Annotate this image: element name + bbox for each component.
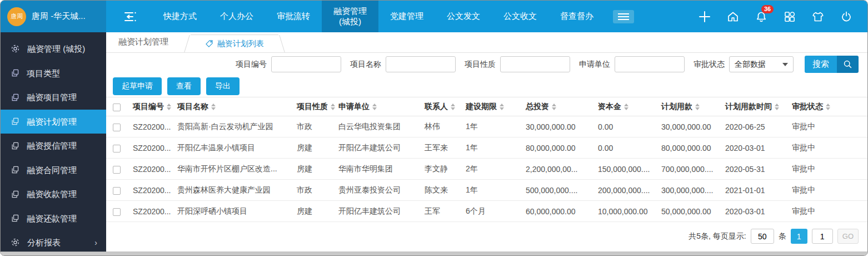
sort-icon[interactable] (451, 104, 455, 110)
sort-icon[interactable] (775, 104, 779, 110)
sidebar-item-financing-mgmt-root[interactable]: 融资管理 (城投) (1, 37, 106, 61)
apps-button[interactable] (783, 10, 796, 23)
top-navbar: 唐周 唐周 -华天城... 快捷方式 个人办公 审批流转 融资管理 (1, 1, 867, 32)
filter-label-project-code: 项目编号 (236, 60, 267, 70)
home-button[interactable] (726, 10, 740, 23)
gear-icon (11, 44, 20, 53)
user-block[interactable]: 唐周 唐周 -华天城... (1, 1, 106, 32)
export-button[interactable]: 导出 (206, 77, 240, 95)
sidebar-item-financing-contracts[interactable]: 融资合同管理 (1, 158, 106, 183)
copy-icon (11, 68, 19, 77)
page-size-input[interactable] (751, 229, 774, 244)
main-nav: 快捷方式 个人办公 审批流转 融资管理 (城投) 党建管理 公文发文 公文收文 … (152, 1, 605, 32)
select-all-checkbox[interactable] (113, 104, 121, 111)
sort-icon[interactable] (826, 104, 830, 110)
tab-financing-plan-list[interactable]: 融资计划列表 (191, 35, 278, 52)
sidebar-item-analysis-reports[interactable]: 分析报表 › (1, 230, 106, 255)
notification-badge: 36 (761, 5, 774, 13)
avatar[interactable]: 唐周 (7, 7, 26, 26)
goto-page-input[interactable] (812, 229, 833, 244)
app-window: 唐周 唐周 -华天城... 快捷方式 个人办公 审批流转 融资管理 (0, 0, 868, 256)
sort-icon[interactable] (331, 104, 335, 110)
collapse-menu-icon (123, 11, 137, 23)
sort-icon[interactable] (211, 104, 216, 110)
user-name: 唐周 -华天城... (32, 11, 86, 22)
copy-icon (11, 165, 19, 174)
module-title: 融资计划管理 (118, 37, 183, 52)
table-row[interactable]: SZ20200...贵阳高新·白云发动机产业园市政白云华电投资集团林伟1年30,… (106, 116, 867, 137)
applicant-unit-input[interactable] (615, 56, 685, 72)
chevron-right-icon: › (94, 238, 97, 248)
nav-item-party-building[interactable]: 党建管理 (378, 1, 435, 32)
nav-item-personal-office[interactable]: 个人办公 (208, 1, 265, 32)
search-button[interactable]: 搜索 (805, 56, 859, 73)
logout-button[interactable] (840, 10, 853, 23)
more-menu-button[interactable] (613, 10, 634, 23)
draft-application-button[interactable]: 起草申请 (113, 77, 162, 95)
page-button-1[interactable]: 1 (791, 229, 807, 244)
project-code-input[interactable] (271, 56, 341, 72)
filter-label-approval-status: 审批状态 (694, 60, 725, 70)
collapse-menu-button[interactable] (106, 1, 152, 32)
nav-item-doc-outgoing[interactable]: 公文发文 (435, 1, 492, 32)
project-nature-input[interactable] (500, 56, 570, 72)
copy-icon (11, 141, 19, 150)
row-checkbox[interactable] (113, 124, 121, 131)
chevron-down-icon (782, 63, 788, 66)
sort-icon[interactable] (552, 104, 556, 110)
topbar-icons: 36 (698, 1, 867, 32)
project-name-input[interactable] (386, 56, 456, 72)
sidebar-item-financing-receipts[interactable]: 融资收款管理 (1, 182, 106, 206)
table-row[interactable]: SZ20200...华南市开怀片区棚户区改造...房建华南市华明集团李文静2年2… (106, 159, 867, 180)
sidebar-item-financing-credit[interactable]: 融资授信管理 (1, 134, 106, 158)
sidebar-item-financing-plans[interactable]: 融资计划管理 (1, 110, 106, 134)
sort-icon[interactable] (167, 104, 171, 110)
copy-icon (11, 214, 19, 223)
add-button[interactable] (698, 10, 711, 23)
nav-area: 快捷方式 个人办公 审批流转 融资管理 (城投) 党建管理 公文发文 公文收文 … (106, 1, 867, 32)
nav-item-financing-mgmt-active[interactable]: 融资管理 (城投) (322, 1, 378, 32)
notifications-button[interactable]: 36 (755, 10, 768, 23)
apps-grid-icon (783, 10, 796, 23)
row-checkbox[interactable] (113, 145, 121, 152)
sidebar-item-project-type[interactable]: 项目类型 (1, 61, 106, 86)
table-row[interactable]: SZ20200...开阳亿丰温泉小镇项目房建开阳亿丰建筑公司王军来1年80,00… (106, 137, 867, 159)
row-checkbox[interactable] (113, 208, 121, 216)
row-checkbox[interactable] (113, 166, 121, 174)
sidebar: 融资管理 (城投) 项目类型 融资项目管理 融资计划管理 融资授 (1, 32, 106, 252)
pagination-unit: 条 (779, 232, 786, 242)
sort-icon[interactable] (372, 104, 377, 110)
sort-icon[interactable] (624, 104, 628, 110)
approval-status-select[interactable]: 全部数据 (729, 56, 794, 72)
sort-icon[interactable] (695, 104, 700, 110)
nav-item-supervision[interactable]: 督查督办 (548, 1, 605, 32)
tag-icon (205, 40, 213, 48)
pagination-summary: 共5条, 每页显示: (689, 232, 746, 242)
theme-button[interactable] (811, 10, 825, 23)
go-button[interactable]: GO (837, 229, 859, 244)
copy-icon (11, 190, 19, 199)
filter-label-project-nature: 项目性质 (465, 60, 496, 70)
copy-icon (11, 93, 19, 102)
filter-label-project-name: 项目名称 (350, 60, 381, 70)
nav-item-doc-incoming[interactable]: 公文收文 (492, 1, 548, 32)
table-header-row: 项目编号 项目名称 项目性质 申请单位 联系人 建设期限 总投资 资本金 计划用… (106, 97, 867, 116)
sort-icon[interactable] (500, 104, 504, 110)
table-row[interactable]: SZ20200...开阳深呼硒小镇项目房建开阳亿丰建筑公司王军6个月60,000… (106, 201, 867, 222)
table-row[interactable]: SZ20200...贵州森林医养大健康产业园市政贵州亚泰投资公司陈文来1年500… (106, 180, 867, 201)
row-checkbox[interactable] (113, 187, 121, 195)
financing-plan-table: 项目编号 项目名称 项目性质 申请单位 联系人 建设期限 总投资 资本金 计划用… (106, 97, 867, 222)
plus-icon (698, 10, 711, 23)
sidebar-item-financing-projects[interactable]: 融资项目管理 (1, 85, 106, 110)
horizontal-scrollbar[interactable] (1, 252, 867, 255)
sidebar-item-financing-repayments[interactable]: 融资还款管理 (1, 206, 106, 231)
power-icon (840, 10, 853, 23)
home-icon (726, 10, 740, 23)
gear-icon (11, 238, 20, 247)
nav-item-approval-flow[interactable]: 审批流转 (265, 1, 322, 32)
pagination-bar: 共5条, 每页显示: 条 1 GO (106, 223, 867, 252)
nav-item-shortcuts[interactable]: 快捷方式 (152, 1, 208, 32)
action-toolbar: 起草申请 查看 导出 (106, 76, 867, 97)
view-button[interactable]: 查看 (167, 77, 201, 95)
search-icon (837, 56, 859, 73)
